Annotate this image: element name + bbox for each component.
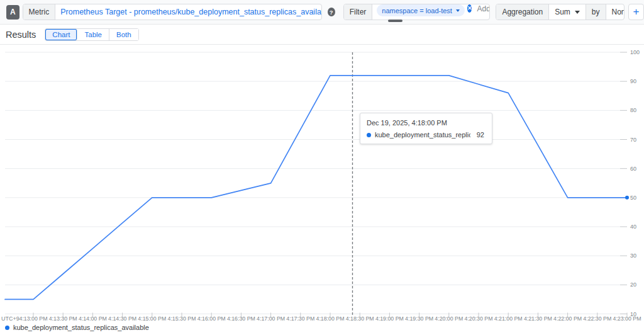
timezone-label: UTC+9: [1, 315, 19, 322]
metric-dropdown[interactable]: Prometheus Target - prometheus/kube_depl…: [55, 4, 321, 20]
svg-text:4:22:30 PM: 4:22:30 PM: [583, 315, 611, 322]
add-filter-input[interactable]: Add filter: [477, 4, 490, 20]
svg-text:4:18:00 PM: 4:18:00 PM: [316, 315, 345, 322]
chevron-down-icon: [456, 9, 460, 12]
svg-text:4:14:30 PM: 4:14:30 PM: [108, 315, 136, 322]
filter-control[interactable]: Filter namespace = load-test ✕ Add filte…: [343, 4, 491, 20]
svg-text:4:19:30 PM: 4:19:30 PM: [405, 315, 433, 322]
by-label: by: [586, 4, 606, 20]
svg-text:4:20:00 PM: 4:20:00 PM: [435, 315, 463, 322]
filter-label: Filter: [344, 4, 373, 20]
series-color-dot: [367, 133, 371, 137]
group-by-value: None: [612, 8, 625, 16]
aggregation-label: Aggregation: [496, 4, 549, 20]
filter-chip[interactable]: namespace = load-test: [377, 4, 465, 16]
results-title: Results: [6, 30, 36, 40]
tooltip-indicator-bar: [388, 20, 402, 22]
chart-tooltip: Dec 19, 2025, 4:18:00 PM kube_deployment…: [360, 113, 492, 144]
svg-text:4:17:30 PM: 4:17:30 PM: [286, 315, 314, 322]
aggregation-dropdown[interactable]: Sum: [549, 4, 586, 20]
metric-value-text: Prometheus Target - prometheus/kube_depl…: [60, 8, 321, 16]
remove-filter-icon[interactable]: ✕: [467, 4, 472, 13]
svg-text:4:15:30 PM: 4:15:30 PM: [168, 315, 196, 322]
legend-color-dot: [5, 326, 9, 330]
svg-text:4:17:00 PM: 4:17:00 PM: [257, 315, 285, 322]
tab-both[interactable]: Both: [109, 29, 138, 40]
chevron-down-icon: [575, 11, 580, 14]
svg-text:4:16:00 PM: 4:16:00 PM: [197, 315, 226, 322]
line-chart[interactable]: 1020304050607080901004:13:00 PM4:13:30 P…: [0, 45, 644, 334]
svg-text:4:14:00 PM: 4:14:00 PM: [79, 315, 107, 322]
tooltip-series-value: 92: [477, 131, 486, 139]
svg-text:30: 30: [630, 253, 636, 259]
svg-text:4:19:00 PM: 4:19:00 PM: [375, 315, 404, 322]
svg-text:4:18:30 PM: 4:18:30 PM: [346, 315, 374, 322]
svg-text:20: 20: [630, 281, 636, 288]
aggregation-value: Sum: [555, 8, 570, 16]
svg-text:4:15:00 PM: 4:15:00 PM: [138, 315, 166, 322]
svg-text:90: 90: [630, 78, 636, 84]
svg-text:100: 100: [630, 49, 640, 55]
svg-text:4:13:30 PM: 4:13:30 PM: [49, 315, 77, 322]
tooltip-timestamp: Dec 19, 2025, 4:18:00 PM: [367, 119, 486, 127]
svg-text:4:23:00 PM: 4:23:00 PM: [613, 315, 641, 322]
svg-text:4:21:30 PM: 4:21:30 PM: [524, 315, 552, 322]
tab-table[interactable]: Table: [77, 29, 109, 40]
legend-series-name: kube_deployment_status_replicas_availabl…: [13, 324, 149, 331]
svg-text:4:20:30 PM: 4:20:30 PM: [465, 315, 493, 322]
svg-text:4:22:00 PM: 4:22:00 PM: [553, 315, 582, 322]
svg-text:4:16:30 PM: 4:16:30 PM: [227, 315, 255, 322]
results-row: Results Chart Table Both: [0, 25, 644, 45]
svg-text:60: 60: [630, 166, 636, 172]
add-query-button[interactable]: +: [628, 4, 644, 20]
svg-text:50: 50: [630, 195, 636, 201]
results-view-toggle: Chart Table Both: [45, 28, 138, 41]
metric-selector[interactable]: Metric Prometheus Target - prometheus/ku…: [23, 4, 322, 20]
svg-text:70: 70: [630, 137, 636, 143]
aggregation-control[interactable]: Aggregation Sum by None: [496, 4, 624, 20]
tooltip-series-row: kube_deployment_status_replicas_availabl…: [367, 131, 486, 139]
tab-chart[interactable]: Chart: [45, 29, 77, 40]
svg-text:4:21:00 PM: 4:21:00 PM: [494, 315, 523, 322]
query-toolbar: A Metric Prometheus Target - prometheus/…: [0, 0, 644, 25]
group-by-dropdown[interactable]: None: [606, 4, 625, 20]
chart-legend[interactable]: kube_deployment_status_replicas_availabl…: [5, 324, 149, 331]
help-icon[interactable]: ?: [328, 8, 335, 16]
svg-text:80: 80: [630, 107, 636, 113]
svg-text:40: 40: [630, 224, 636, 230]
chart-area[interactable]: 1020304050607080901004:13:00 PM4:13:30 P…: [0, 45, 644, 334]
tooltip-series-name: kube_deployment_status_replicas_availabl…: [375, 131, 470, 139]
filter-chip-label: namespace = load-test: [382, 7, 452, 14]
svg-text:4:13:00 PM: 4:13:00 PM: [19, 315, 48, 322]
query-letter-badge: A: [6, 5, 19, 20]
metric-label: Metric: [23, 4, 56, 20]
